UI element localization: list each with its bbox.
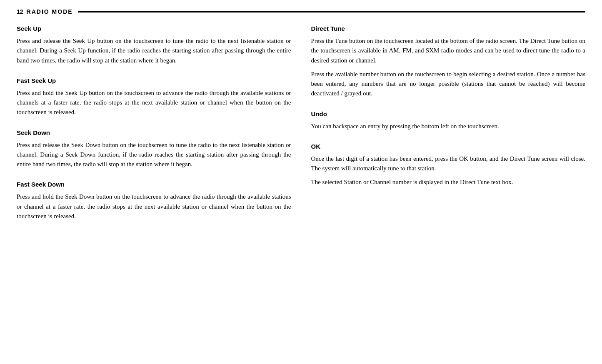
page-number: 12 bbox=[17, 8, 23, 15]
section-seek-down: Seek Down Press and release the Seek Dow… bbox=[17, 129, 291, 170]
body-direct-tune: Press the Tune button on the touchscreen… bbox=[311, 36, 586, 99]
heading-direct-tune: Direct Tune bbox=[311, 25, 586, 32]
page-title: RADIO MODE bbox=[27, 8, 73, 15]
heading-ok: OK bbox=[311, 143, 586, 150]
heading-seek-up: Seek Up bbox=[17, 25, 291, 32]
body-undo: You can backspace an entry by pressing t… bbox=[311, 122, 586, 131]
heading-seek-down: Seek Down bbox=[17, 129, 291, 136]
section-undo: Undo You can backspace an entry by press… bbox=[311, 110, 586, 131]
body-fast-seek-up: Press and hold the Seek Up button on the… bbox=[17, 88, 291, 117]
page-header: 12 RADIO MODE bbox=[17, 8, 585, 15]
left-column: Seek Up Press and release the Seek Up bu… bbox=[17, 25, 291, 233]
section-fast-seek-down: Fast Seek Down Press and hold the Seek D… bbox=[17, 181, 291, 221]
section-ok: OK Once the last digit of a station has … bbox=[311, 143, 586, 187]
body-seek-down: Press and release the Seek Down button o… bbox=[17, 140, 291, 170]
heading-undo: Undo bbox=[311, 110, 586, 117]
right-column: Direct Tune Press the Tune button on the… bbox=[311, 25, 586, 233]
heading-fast-seek-up: Fast Seek Up bbox=[17, 77, 291, 84]
section-direct-tune: Direct Tune Press the Tune button on the… bbox=[311, 25, 586, 99]
header-divider bbox=[78, 11, 585, 12]
content-columns: Seek Up Press and release the Seek Up bu… bbox=[17, 25, 585, 233]
section-seek-up: Seek Up Press and release the Seek Up bu… bbox=[17, 25, 291, 65]
body-fast-seek-down: Press and hold the Seek Down button on t… bbox=[17, 192, 291, 221]
heading-fast-seek-down: Fast Seek Down bbox=[17, 181, 291, 188]
page-container: 12 RADIO MODE Seek Up Press and release … bbox=[0, 0, 602, 249]
body-seek-up: Press and release the Seek Up button on … bbox=[17, 36, 291, 65]
body-ok: Once the last digit of a station has bee… bbox=[311, 154, 586, 187]
section-fast-seek-up: Fast Seek Up Press and hold the Seek Up … bbox=[17, 77, 291, 117]
